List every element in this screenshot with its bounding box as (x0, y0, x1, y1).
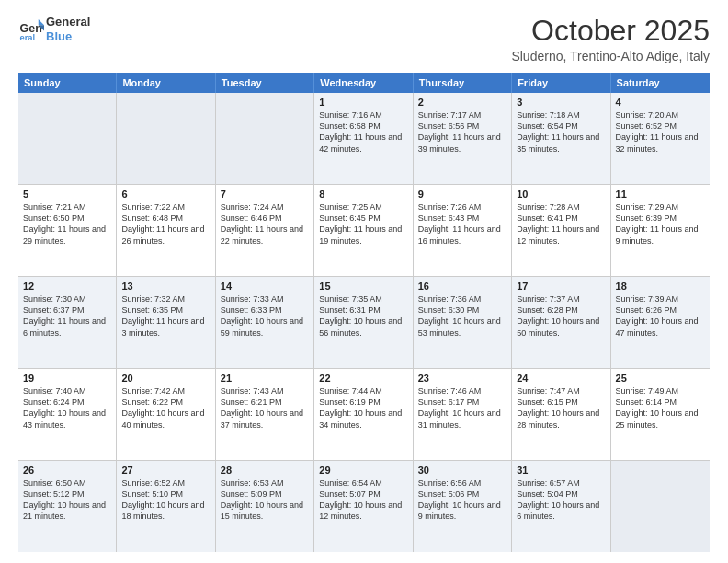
day-cell-22: 22Sunrise: 7:44 AM Sunset: 6:19 PM Dayli… (314, 369, 413, 460)
day-number: 9 (418, 189, 506, 200)
day-number: 2 (418, 97, 506, 108)
day-number: 14 (221, 281, 309, 292)
day-cell-19: 19Sunrise: 7:40 AM Sunset: 6:24 PM Dayli… (18, 369, 117, 460)
cell-sun-info: Sunrise: 7:46 AM Sunset: 6:17 PM Dayligh… (418, 385, 506, 431)
cell-sun-info: Sunrise: 7:33 AM Sunset: 6:33 PM Dayligh… (221, 293, 309, 339)
empty-cell-0-2 (216, 93, 314, 184)
cell-sun-info: Sunrise: 7:42 AM Sunset: 6:22 PM Dayligh… (121, 385, 210, 431)
cell-sun-info: Sunrise: 6:50 AM Sunset: 5:12 PM Dayligh… (23, 477, 111, 523)
day-cell-27: 27Sunrise: 6:52 AM Sunset: 5:10 PM Dayli… (117, 461, 215, 552)
weekday-header-monday: Monday (117, 73, 215, 93)
day-number: 26 (23, 465, 111, 476)
day-cell-5: 5Sunrise: 7:21 AM Sunset: 6:50 PM Daylig… (18, 185, 117, 276)
month-title: October 2025 (511, 15, 710, 47)
cell-sun-info: Sunrise: 7:21 AM Sunset: 6:50 PM Dayligh… (23, 201, 111, 247)
day-number: 30 (418, 465, 506, 476)
day-cell-24: 24Sunrise: 7:47 AM Sunset: 6:15 PM Dayli… (512, 369, 610, 460)
header: Gen eral General Blue October 2025 Slude… (18, 15, 710, 63)
weekday-header-friday: Friday (512, 73, 610, 93)
day-number: 17 (517, 281, 605, 292)
day-number: 19 (23, 373, 111, 384)
cell-sun-info: Sunrise: 6:52 AM Sunset: 5:10 PM Dayligh… (121, 477, 210, 523)
day-number: 10 (517, 189, 605, 200)
day-cell-26: 26Sunrise: 6:50 AM Sunset: 5:12 PM Dayli… (18, 461, 117, 552)
day-cell-13: 13Sunrise: 7:32 AM Sunset: 6:35 PM Dayli… (117, 277, 215, 368)
day-cell-6: 6Sunrise: 7:22 AM Sunset: 6:48 PM Daylig… (117, 185, 215, 276)
cell-sun-info: Sunrise: 7:29 AM Sunset: 6:39 PM Dayligh… (616, 201, 705, 247)
cell-sun-info: Sunrise: 6:56 AM Sunset: 5:06 PM Dayligh… (418, 477, 506, 523)
cell-sun-info: Sunrise: 7:28 AM Sunset: 6:41 PM Dayligh… (517, 201, 605, 247)
cell-sun-info: Sunrise: 7:24 AM Sunset: 6:46 PM Dayligh… (221, 201, 309, 247)
day-number: 15 (319, 281, 407, 292)
cell-sun-info: Sunrise: 7:43 AM Sunset: 6:21 PM Dayligh… (221, 385, 309, 431)
cell-sun-info: Sunrise: 6:54 AM Sunset: 5:07 PM Dayligh… (319, 477, 407, 523)
day-cell-15: 15Sunrise: 7:35 AM Sunset: 6:31 PM Dayli… (314, 277, 413, 368)
day-cell-30: 30Sunrise: 6:56 AM Sunset: 5:06 PM Dayli… (414, 461, 512, 552)
day-number: 3 (517, 97, 605, 108)
cell-sun-info: Sunrise: 7:47 AM Sunset: 6:15 PM Dayligh… (517, 385, 605, 431)
day-number: 27 (121, 465, 210, 476)
calendar-row-4: 19Sunrise: 7:40 AM Sunset: 6:24 PM Dayli… (18, 369, 710, 461)
day-cell-11: 11Sunrise: 7:29 AM Sunset: 6:39 PM Dayli… (611, 185, 710, 276)
cell-sun-info: Sunrise: 7:22 AM Sunset: 6:48 PM Dayligh… (121, 201, 210, 247)
day-cell-18: 18Sunrise: 7:39 AM Sunset: 6:26 PM Dayli… (611, 277, 710, 368)
day-cell-17: 17Sunrise: 7:37 AM Sunset: 6:28 PM Dayli… (512, 277, 610, 368)
cell-sun-info: Sunrise: 6:57 AM Sunset: 5:04 PM Dayligh… (517, 477, 605, 523)
day-cell-2: 2Sunrise: 7:17 AM Sunset: 6:56 PM Daylig… (414, 93, 512, 184)
calendar-header: SundayMondayTuesdayWednesdayThursdayFrid… (18, 73, 710, 93)
day-cell-31: 31Sunrise: 6:57 AM Sunset: 5:04 PM Dayli… (512, 461, 610, 552)
day-number: 22 (319, 373, 407, 384)
day-cell-8: 8Sunrise: 7:25 AM Sunset: 6:45 PM Daylig… (314, 185, 413, 276)
weekday-header-thursday: Thursday (414, 73, 512, 93)
svg-text:eral: eral (20, 33, 36, 42)
day-cell-21: 21Sunrise: 7:43 AM Sunset: 6:21 PM Dayli… (216, 369, 314, 460)
cell-sun-info: Sunrise: 6:53 AM Sunset: 5:09 PM Dayligh… (221, 477, 309, 523)
weekday-header-sunday: Sunday (18, 73, 117, 93)
cell-sun-info: Sunrise: 7:40 AM Sunset: 6:24 PM Dayligh… (23, 385, 111, 431)
empty-cell-4-6 (611, 461, 710, 552)
day-number: 16 (418, 281, 506, 292)
cell-sun-info: Sunrise: 7:39 AM Sunset: 6:26 PM Dayligh… (616, 293, 705, 339)
cell-sun-info: Sunrise: 7:49 AM Sunset: 6:14 PM Dayligh… (616, 385, 705, 431)
cell-sun-info: Sunrise: 7:16 AM Sunset: 6:58 PM Dayligh… (319, 109, 407, 155)
weekday-header-tuesday: Tuesday (216, 73, 314, 93)
cell-sun-info: Sunrise: 7:26 AM Sunset: 6:43 PM Dayligh… (418, 201, 506, 247)
day-number: 12 (23, 281, 111, 292)
day-cell-10: 10Sunrise: 7:28 AM Sunset: 6:41 PM Dayli… (512, 185, 610, 276)
day-number: 13 (121, 281, 210, 292)
day-number: 31 (517, 465, 605, 476)
day-number: 21 (221, 373, 309, 384)
page: Gen eral General Blue October 2025 Slude… (0, 0, 728, 563)
day-number: 11 (616, 189, 705, 200)
day-number: 24 (517, 373, 605, 384)
day-cell-25: 25Sunrise: 7:49 AM Sunset: 6:14 PM Dayli… (611, 369, 710, 460)
day-cell-7: 7Sunrise: 7:24 AM Sunset: 6:46 PM Daylig… (216, 185, 314, 276)
day-number: 6 (121, 189, 210, 200)
location: Sluderno, Trentino-Alto Adige, Italy (511, 49, 710, 63)
calendar-row-3: 12Sunrise: 7:30 AM Sunset: 6:37 PM Dayli… (18, 277, 710, 369)
day-cell-12: 12Sunrise: 7:30 AM Sunset: 6:37 PM Dayli… (18, 277, 117, 368)
calendar: SundayMondayTuesdayWednesdayThursdayFrid… (18, 73, 710, 552)
day-cell-4: 4Sunrise: 7:20 AM Sunset: 6:52 PM Daylig… (611, 93, 710, 184)
day-cell-3: 3Sunrise: 7:18 AM Sunset: 6:54 PM Daylig… (512, 93, 610, 184)
title-block: October 2025 Sluderno, Trentino-Alto Adi… (511, 15, 710, 63)
cell-sun-info: Sunrise: 7:36 AM Sunset: 6:30 PM Dayligh… (418, 293, 506, 339)
cell-sun-info: Sunrise: 7:32 AM Sunset: 6:35 PM Dayligh… (121, 293, 210, 339)
cell-sun-info: Sunrise: 7:25 AM Sunset: 6:45 PM Dayligh… (319, 201, 407, 247)
day-number: 29 (319, 465, 407, 476)
day-cell-16: 16Sunrise: 7:36 AM Sunset: 6:30 PM Dayli… (414, 277, 512, 368)
day-number: 20 (121, 373, 210, 384)
day-number: 1 (319, 97, 407, 108)
weekday-header-wednesday: Wednesday (314, 73, 413, 93)
calendar-body: 1Sunrise: 7:16 AM Sunset: 6:58 PM Daylig… (18, 93, 710, 552)
empty-cell-0-1 (117, 93, 215, 184)
day-number: 5 (23, 189, 111, 200)
logo-text: General Blue (46, 15, 90, 43)
empty-cell-0-0 (18, 93, 117, 184)
day-cell-28: 28Sunrise: 6:53 AM Sunset: 5:09 PM Dayli… (216, 461, 314, 552)
day-cell-1: 1Sunrise: 7:16 AM Sunset: 6:58 PM Daylig… (314, 93, 413, 184)
calendar-row-1: 1Sunrise: 7:16 AM Sunset: 6:58 PM Daylig… (18, 93, 710, 185)
logo-icon: Gen eral (18, 17, 44, 42)
calendar-row-5: 26Sunrise: 6:50 AM Sunset: 5:12 PM Dayli… (18, 461, 710, 552)
cell-sun-info: Sunrise: 7:37 AM Sunset: 6:28 PM Dayligh… (517, 293, 605, 339)
